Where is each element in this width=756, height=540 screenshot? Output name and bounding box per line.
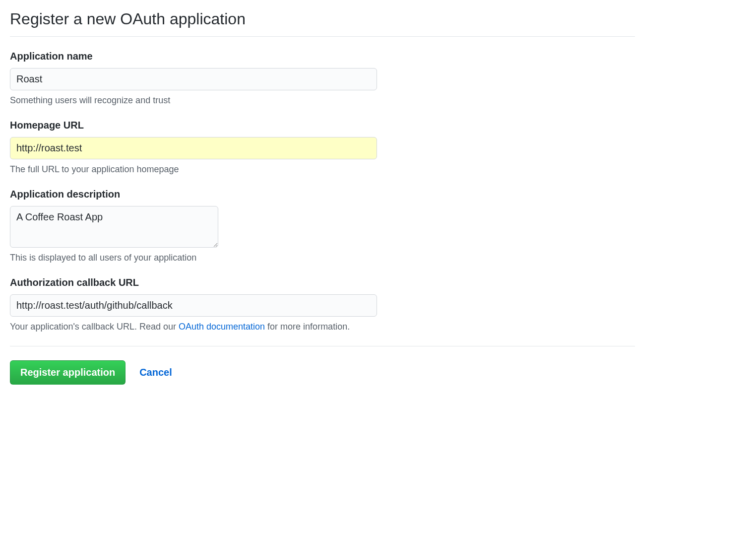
app-name-label: Application name <box>10 51 635 62</box>
homepage-url-input[interactable] <box>10 137 377 159</box>
callback-hint-suffix: for more information. <box>265 322 350 332</box>
homepage-url-label: Homepage URL <box>10 120 635 131</box>
homepage-url-hint: The full URL to your application homepag… <box>10 164 635 175</box>
callback-url-label: Authorization callback URL <box>10 277 635 288</box>
callback-hint-prefix: Your application's callback URL. Read ou… <box>10 322 179 332</box>
app-description-group: Application description This is displaye… <box>10 189 635 263</box>
app-description-textarea[interactable] <box>10 206 218 248</box>
app-name-hint: Something users will recognize and trust <box>10 95 635 106</box>
oauth-documentation-link[interactable]: OAuth documentation <box>179 322 265 332</box>
homepage-url-group: Homepage URL The full URL to your applic… <box>10 120 635 175</box>
form-actions: Register application Cancel <box>10 360 635 385</box>
actions-divider <box>10 346 635 346</box>
app-description-hint: This is displayed to all users of your a… <box>10 253 635 263</box>
callback-url-input[interactable] <box>10 294 377 317</box>
app-description-label: Application description <box>10 189 635 200</box>
callback-url-group: Authorization callback URL Your applicat… <box>10 277 635 332</box>
register-application-button[interactable]: Register application <box>10 360 126 385</box>
callback-url-hint: Your application's callback URL. Read ou… <box>10 322 635 332</box>
app-name-group: Application name Something users will re… <box>10 51 635 106</box>
cancel-link[interactable]: Cancel <box>139 367 172 378</box>
header-divider <box>10 36 635 37</box>
page-title: Register a new OAuth application <box>10 10 635 28</box>
app-name-input[interactable] <box>10 68 377 90</box>
